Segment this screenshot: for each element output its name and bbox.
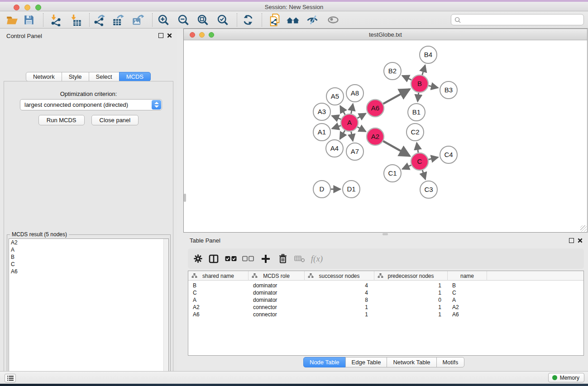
- tab-network[interactable]: Network: [26, 72, 62, 81]
- graph-edge-A-A4[interactable]: [340, 130, 345, 139]
- graph-node-A8[interactable]: A8: [346, 85, 363, 102]
- tab-mcds[interactable]: MCDS: [119, 72, 151, 81]
- task-history-button[interactable]: [5, 374, 16, 382]
- graph-node-C2[interactable]: C2: [406, 124, 424, 141]
- open-session-icon[interactable]: [3, 12, 20, 28]
- graph-edge-C-C3[interactable]: [422, 170, 425, 179]
- tab-motifs[interactable]: Motifs: [436, 357, 465, 367]
- column-header-successor-nodes[interactable]: successor nodes: [305, 271, 374, 281]
- graph-edge-C-C2[interactable]: [417, 143, 418, 153]
- export-network-icon[interactable]: [91, 12, 108, 28]
- network-graph[interactable]: B4B2BB3A8A5A6A3B1AA1C2A2A4A7C4CC1C3DD1: [184, 40, 587, 233]
- graph-edge-B-B3[interactable]: [429, 86, 438, 88]
- function-builder-icon[interactable]: f(x): [309, 251, 325, 266]
- graph-node-B[interactable]: B: [411, 75, 428, 92]
- result-scrollbar[interactable]: [163, 239, 168, 386]
- import-network-icon[interactable]: [47, 12, 64, 28]
- float-table-panel-icon[interactable]: [569, 238, 574, 243]
- zoom-fit-icon[interactable]: [194, 12, 211, 28]
- graph-edge-A-A1[interactable]: [332, 126, 341, 129]
- table-row[interactable]: A2connector11A2: [188, 304, 583, 311]
- delete-table-icon[interactable]: [292, 251, 307, 266]
- graph-node-C1[interactable]: C1: [384, 165, 401, 182]
- delete-column-icon[interactable]: [275, 251, 291, 266]
- graph-node-B1[interactable]: B1: [408, 104, 425, 121]
- graph-edge-C-C4[interactable]: [428, 157, 438, 159]
- graph-edge-A2-C[interactable]: [383, 141, 410, 156]
- tab-style[interactable]: Style: [62, 72, 89, 81]
- home-view-icon[interactable]: [284, 12, 301, 28]
- graph-node-D1[interactable]: D1: [343, 181, 360, 198]
- close-panel-button[interactable]: Close panel: [91, 115, 139, 125]
- graph-edge-A-A8[interactable]: [351, 104, 353, 114]
- graph-edge-A-A7[interactable]: [351, 132, 353, 141]
- graph-node-C4[interactable]: C4: [440, 146, 457, 163]
- column-header-MCDS-role[interactable]: MCDS role: [249, 271, 305, 281]
- memory-button[interactable]: Memory: [548, 373, 584, 382]
- graph-edge-B-B2[interactable]: [402, 76, 411, 80]
- table-row[interactable]: A6connector11A6: [188, 311, 583, 318]
- result-item[interactable]: A6: [9, 268, 168, 275]
- graph-node-A6[interactable]: A6: [367, 100, 384, 117]
- graph-node-B3[interactable]: B3: [440, 81, 457, 99]
- export-table-icon[interactable]: [110, 12, 127, 28]
- search-input[interactable]: [463, 15, 582, 24]
- graph-edge-B-B4[interactable]: [422, 65, 425, 75]
- tab-select[interactable]: Select: [89, 72, 120, 81]
- table-row[interactable]: Cdominator41C: [188, 289, 583, 296]
- column-header-name[interactable]: name: [448, 271, 487, 281]
- table-options-gear-icon[interactable]: [190, 251, 206, 266]
- tab-node-table[interactable]: Node Table: [303, 357, 346, 367]
- graph-node-C[interactable]: C: [411, 153, 428, 170]
- graph-node-D[interactable]: D: [313, 181, 330, 198]
- select-all-checks-icon[interactable]: [223, 251, 239, 266]
- export-image-icon[interactable]: [129, 12, 146, 28]
- deselect-all-checks-icon[interactable]: [240, 251, 256, 266]
- graph-edge-B-B1[interactable]: [418, 93, 419, 101]
- close-panel-icon[interactable]: [167, 33, 172, 38]
- run-mcds-button[interactable]: Run MCDS: [38, 115, 85, 125]
- result-item[interactable]: B: [9, 253, 168, 261]
- graph-edge-A-A2[interactable]: [358, 127, 366, 132]
- result-item[interactable]: A2: [9, 239, 168, 246]
- zoom-in-icon[interactable]: [155, 12, 172, 28]
- table-row[interactable]: Adominator80A: [188, 296, 583, 304]
- column-header-shared-name[interactable]: shared name: [188, 271, 249, 281]
- hide-unselected-icon[interactable]: [304, 12, 321, 28]
- criterion-dropdown[interactable]: largest connected component (directed): [20, 99, 162, 110]
- graph-node-A[interactable]: A: [341, 114, 358, 131]
- graph-node-A2[interactable]: A2: [367, 128, 384, 145]
- graph-node-B4[interactable]: B4: [420, 46, 437, 63]
- add-column-icon[interactable]: [258, 251, 273, 266]
- result-item[interactable]: C: [9, 261, 168, 268]
- graph-edge-A6-B[interactable]: [383, 89, 410, 104]
- tab-network-table[interactable]: Network Table: [387, 357, 436, 367]
- result-item[interactable]: A: [9, 246, 168, 253]
- horizontal-splitter-handle[interactable]: [382, 233, 388, 235]
- graph-node-A3[interactable]: A3: [313, 103, 330, 120]
- zoom-out-icon[interactable]: [175, 12, 192, 28]
- graph-edge-A-A5[interactable]: [340, 106, 345, 114]
- window-resize-grip[interactable]: [580, 225, 587, 232]
- column-header-predecessor-nodes[interactable]: predecessor nodes: [374, 271, 448, 281]
- graph-node-A1[interactable]: A1: [313, 124, 330, 141]
- graph-node-A4[interactable]: A4: [326, 140, 343, 157]
- graph-node-A5[interactable]: A5: [326, 88, 344, 105]
- import-table-icon[interactable]: [67, 12, 84, 28]
- network-from-file-icon[interactable]: [266, 12, 283, 28]
- float-panel-icon[interactable]: [158, 33, 163, 38]
- graph-node-A7[interactable]: A7: [346, 143, 363, 160]
- close-table-panel-icon[interactable]: [578, 238, 583, 243]
- graph-edge-A-A3[interactable]: [332, 116, 341, 119]
- graph-edge-A-A6[interactable]: [357, 114, 366, 118]
- refresh-view-icon[interactable]: [239, 12, 257, 28]
- graph-node-B2[interactable]: B2: [384, 62, 401, 80]
- vertical-splitter-handle[interactable]: [184, 194, 186, 202]
- graph-edge-C-C1[interactable]: [402, 165, 411, 169]
- zoom-selected-icon[interactable]: [214, 12, 231, 28]
- graph-node-C3[interactable]: C3: [420, 181, 437, 198]
- save-session-icon[interactable]: [20, 12, 38, 28]
- column-visibility-icon[interactable]: [206, 251, 221, 266]
- show-all-eye-icon[interactable]: [325, 12, 342, 28]
- table-row[interactable]: Bdominator41B: [188, 282, 583, 289]
